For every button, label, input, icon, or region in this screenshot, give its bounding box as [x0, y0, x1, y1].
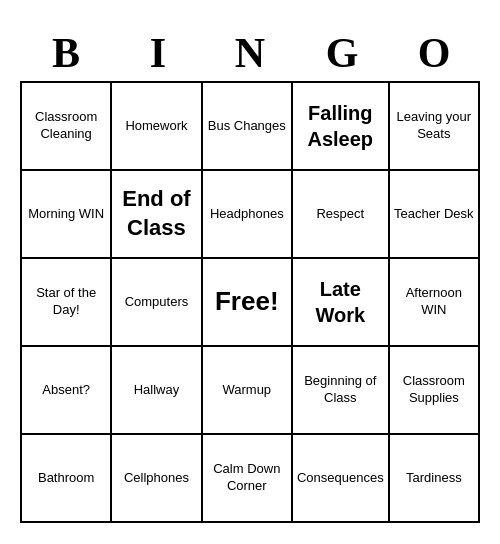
cell-0: Classroom Cleaning — [22, 83, 112, 171]
cell-15: Absent? — [22, 347, 112, 435]
cell-24: Tardiness — [390, 435, 480, 523]
cell-free: Free! — [203, 259, 293, 347]
cell-2: Bus Changes — [203, 83, 293, 171]
letter-g: G — [298, 29, 386, 77]
bingo-card: B I N G O Classroom Cleaning Homework Bu… — [10, 11, 490, 533]
cell-23: Consequences — [293, 435, 390, 523]
cell-20: Bathroom — [22, 435, 112, 523]
cell-5: Morning WIN — [22, 171, 112, 259]
cell-6: End of Class — [112, 171, 202, 259]
cell-19: Classroom Supplies — [390, 347, 480, 435]
cell-4: Leaving your Seats — [390, 83, 480, 171]
cell-9: Teacher Desk — [390, 171, 480, 259]
letter-n: N — [206, 29, 294, 77]
cell-21: Cellphones — [112, 435, 202, 523]
cell-10: Star of the Day! — [22, 259, 112, 347]
cell-17: Warmup — [203, 347, 293, 435]
cell-11: Computers — [112, 259, 202, 347]
cell-22: Calm Down Corner — [203, 435, 293, 523]
bingo-grid: Classroom Cleaning Homework Bus Changes … — [20, 81, 480, 523]
cell-1: Homework — [112, 83, 202, 171]
cell-18: Beginning of Class — [293, 347, 390, 435]
letter-i: I — [114, 29, 202, 77]
cell-7: Headphones — [203, 171, 293, 259]
cell-14: Afternoon WIN — [390, 259, 480, 347]
letter-b: B — [22, 29, 110, 77]
cell-13: Late Work — [293, 259, 390, 347]
cell-3: Falling Asleep — [293, 83, 390, 171]
cell-16: Hallway — [112, 347, 202, 435]
letter-o: O — [390, 29, 478, 77]
cell-8: Respect — [293, 171, 390, 259]
